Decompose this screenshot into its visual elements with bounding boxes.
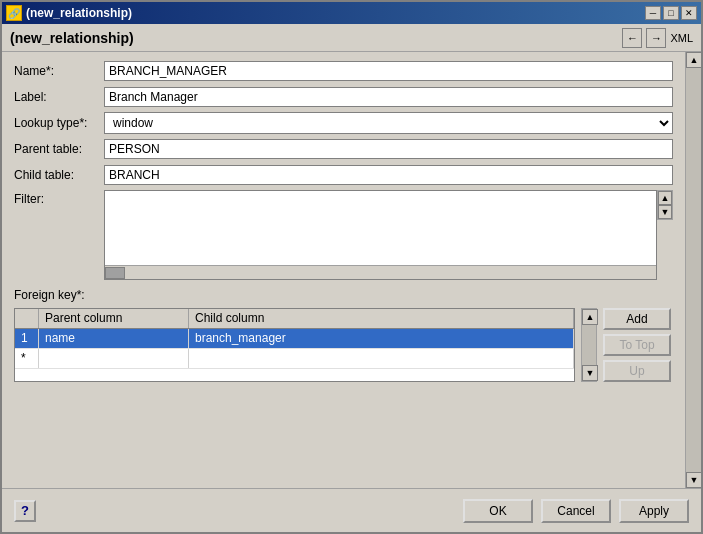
child-table-input[interactable] — [104, 165, 673, 185]
child-table-label: Child table: — [14, 168, 104, 182]
main-scroll-track — [686, 68, 701, 472]
lookup-type-select[interactable]: window list suggest — [104, 112, 673, 134]
toolbar-buttons: ← → XML — [622, 28, 693, 48]
back-button[interactable]: ← — [622, 28, 642, 48]
fk-col-child-header: Child column — [189, 309, 574, 328]
add-button[interactable]: Add — [603, 308, 671, 330]
ok-button[interactable]: OK — [463, 499, 533, 523]
main-area: Name*: Label: Lookup type*: window list … — [2, 52, 701, 488]
filter-hscroll[interactable] — [105, 265, 656, 279]
main-window: 🔗 (new_relationship) ─ □ ✕ (new_relation… — [0, 0, 703, 534]
child-col-val — [189, 349, 574, 368]
row-num: * — [15, 349, 39, 368]
table-row[interactable]: * — [15, 349, 574, 369]
parent-col-val — [39, 349, 189, 368]
help-button[interactable]: ? — [14, 500, 36, 522]
table-row[interactable]: 1 name branch_manager — [15, 329, 574, 349]
hscroll-thumb[interactable] — [105, 267, 125, 279]
form-content: Name*: Label: Lookup type*: window list … — [2, 52, 685, 488]
filter-vscroll-up[interactable]: ▲ — [658, 191, 672, 205]
main-scroll-down[interactable]: ▼ — [686, 472, 701, 488]
filter-textarea[interactable] — [105, 191, 656, 265]
name-input[interactable] — [104, 61, 673, 81]
parent-table-input[interactable] — [104, 139, 673, 159]
lookup-type-row: Lookup type*: window list suggest — [14, 112, 673, 134]
fk-vscroll-down[interactable]: ▼ — [582, 365, 598, 381]
child-col-val: branch_manager — [189, 329, 574, 348]
fk-col-parent-header: Parent column — [39, 309, 189, 328]
fk-table-vscroll: ▲ ▼ — [581, 308, 597, 382]
maximize-button[interactable]: □ — [663, 6, 679, 20]
fk-table-header: Parent column Child column — [15, 309, 574, 329]
name-label: Name*: — [14, 64, 104, 78]
filter-textarea-wrap — [104, 190, 657, 280]
up-button[interactable]: Up — [603, 360, 671, 382]
filter-row: Filter: ▲ ▼ — [14, 190, 673, 280]
fk-vscroll-track — [582, 325, 596, 365]
filter-label: Filter: — [14, 190, 104, 206]
filter-vscroll-down[interactable]: ▼ — [658, 205, 672, 219]
filter-vscroll: ▲ ▼ — [657, 190, 673, 220]
main-scroll-up[interactable]: ▲ — [686, 52, 701, 68]
label-row: Label: — [14, 86, 673, 108]
fk-col-num-header — [15, 309, 39, 328]
toolbar: (new_relationship) ← → XML — [2, 24, 701, 52]
fk-label: Foreign key*: — [14, 288, 673, 302]
minimize-button[interactable]: ─ — [645, 6, 661, 20]
child-table-row: Child table: — [14, 164, 673, 186]
title-bar-buttons: ─ □ ✕ — [645, 6, 697, 20]
cancel-button[interactable]: Cancel — [541, 499, 611, 523]
label-label: Label: — [14, 90, 104, 104]
parent-table-row: Parent table: — [14, 138, 673, 160]
window-icon: 🔗 — [6, 5, 22, 21]
forward-button[interactable]: → — [646, 28, 666, 48]
footer: ? OK Cancel Apply — [2, 488, 701, 532]
fk-action-buttons: Add To Top Up — [603, 308, 673, 382]
lookup-type-label: Lookup type*: — [14, 116, 104, 130]
name-row: Name*: — [14, 60, 673, 82]
fk-section: Parent column Child column 1 name branch… — [14, 308, 673, 382]
spacer — [14, 386, 673, 480]
close-button[interactable]: ✕ — [681, 6, 697, 20]
label-input[interactable] — [104, 87, 673, 107]
xml-button[interactable]: XML — [670, 32, 693, 44]
parent-col-val: name — [39, 329, 189, 348]
toolbar-title: (new_relationship) — [10, 30, 622, 46]
main-vscrollbar: ▲ ▼ — [685, 52, 701, 488]
row-num: 1 — [15, 329, 39, 348]
title-bar-text: (new_relationship) — [26, 6, 645, 20]
fk-table-body: 1 name branch_manager * — [15, 329, 574, 381]
fk-vscroll-up[interactable]: ▲ — [582, 309, 598, 325]
to-top-button[interactable]: To Top — [603, 334, 671, 356]
title-bar: 🔗 (new_relationship) ─ □ ✕ — [2, 2, 701, 24]
parent-table-label: Parent table: — [14, 142, 104, 156]
fk-table: Parent column Child column 1 name branch… — [14, 308, 575, 382]
apply-button[interactable]: Apply — [619, 499, 689, 523]
footer-buttons: OK Cancel Apply — [463, 499, 689, 523]
